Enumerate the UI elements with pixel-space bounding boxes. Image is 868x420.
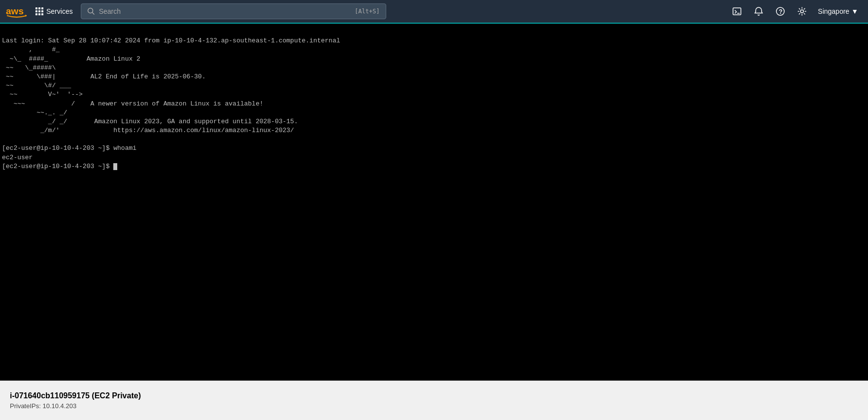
footer-panel: i-071640cb110959175 (EC2 Private) Privat… — [0, 381, 868, 420]
terminal-icon — [732, 6, 742, 16]
region-button[interactable]: Singapore ▼ — [814, 5, 862, 17]
chevron-down-icon: ▼ — [851, 7, 858, 15]
search-input[interactable] — [99, 7, 351, 15]
settings-button[interactable] — [792, 1, 812, 21]
aws-logo[interactable]: aws — [6, 2, 28, 20]
terminal-output: Last login: Sat Sep 28 10:07:42 2024 fro… — [2, 37, 340, 170]
help-icon: ? — [775, 6, 785, 16]
gear-icon — [797, 6, 807, 16]
cloudshell-button[interactable] — [727, 1, 747, 21]
help-button[interactable]: ? — [770, 1, 790, 21]
instance-ip: PrivateIPs: 10.10.4.203 — [10, 402, 858, 410]
instance-title: i-071640cb110959175 (EC2 Private) — [10, 391, 858, 400]
terminal-area[interactable]: Last login: Sat Sep 28 10:07:42 2024 fro… — [0, 24, 868, 381]
svg-line-3 — [92, 13, 94, 15]
bell-icon — [754, 6, 764, 16]
svg-point-8 — [801, 10, 803, 13]
services-label: Services — [46, 7, 73, 15]
svg-marker-1 — [26, 15, 27, 17]
search-icon — [87, 7, 95, 15]
svg-text:?: ? — [779, 8, 782, 15]
navbar-right: ? Singapore ▼ — [727, 1, 862, 21]
terminal-cursor — [113, 163, 117, 170]
search-bar[interactable]: [Alt+S] — [81, 3, 386, 19]
svg-rect-4 — [733, 8, 741, 15]
services-button[interactable]: Services — [32, 2, 77, 20]
navigation-bar: aws Services [Alt+S] — [0, 0, 868, 24]
svg-text:aws: aws — [6, 6, 24, 16]
notifications-button[interactable] — [749, 1, 768, 21]
region-label: Singapore — [818, 7, 849, 15]
grid-icon — [35, 7, 43, 15]
search-shortcut: [Alt+S] — [355, 8, 380, 15]
